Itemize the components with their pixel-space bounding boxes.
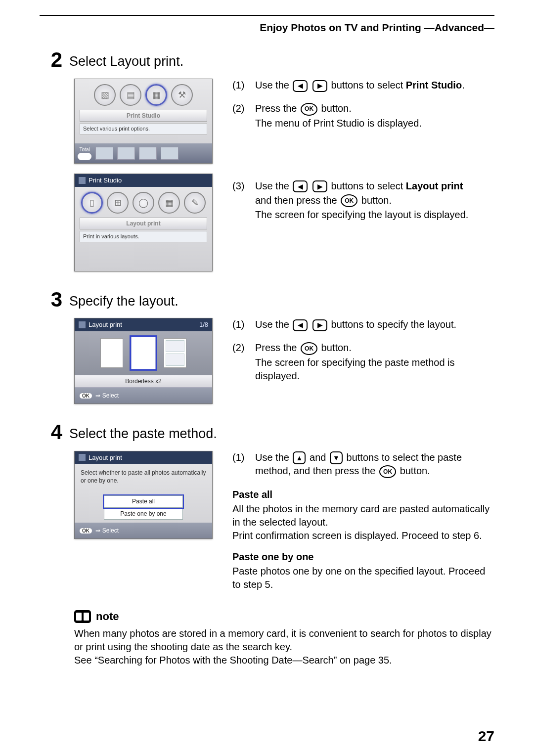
footer-hint: ⇒ Select — [95, 527, 119, 534]
right-button-icon: ▶ — [312, 80, 327, 92]
submenu-icon: ◯ — [133, 192, 154, 214]
layout-thumb-selected — [131, 336, 156, 369]
screenshot-print-studio-submenu: Print Studio ▯ ⊞ ◯ ▦ ✎ Layout print Prin… — [74, 174, 213, 271]
left-button-icon: ◀ — [293, 80, 308, 92]
step-2-content: ▧ ▤ ▦ ⚒ Print Studio Select various prin… — [74, 79, 494, 271]
menu-subtext: Select various print options. — [80, 123, 207, 134]
substep-num: (1) — [232, 451, 255, 479]
submenu-icon: ✎ — [184, 192, 206, 214]
step-number: 4 — [40, 422, 69, 443]
step-title: Specify the layout. — [69, 289, 178, 310]
ok-button-icon: OK — [301, 342, 317, 355]
substep: (1) Use the ◀ ▶ buttons to select Print … — [232, 79, 494, 93]
ok-button-icon: OK — [301, 103, 317, 116]
substep-num: (2) — [232, 341, 255, 384]
step-4-content: Layout print Select whether to paste all… — [74, 451, 494, 591]
step-2-header: 2 Select Layout print. — [40, 49, 494, 70]
paste-one-body: Paste photos one by one on the specified… — [232, 565, 494, 591]
footer-hint: ⇒ Select — [95, 392, 119, 399]
paste-one-label: Paste one by one — [232, 550, 494, 564]
ok-chip: OK — [80, 528, 92, 534]
paste-all-label: Paste all — [232, 488, 494, 501]
ok-button-icon: OK — [341, 194, 357, 207]
note-label: note — [96, 609, 119, 624]
step-number: 2 — [40, 49, 69, 70]
thumb — [95, 147, 113, 160]
ok-chip: OK — [80, 393, 92, 399]
menu-option: Paste one by one — [104, 508, 183, 520]
up-button-icon: ▲ — [293, 451, 306, 464]
paste-all-body: All the photos in the memory card are pa… — [232, 502, 494, 542]
ok-button-icon: OK — [379, 465, 396, 478]
substep-num: (1) — [232, 79, 255, 93]
shot-title: Layout print — [75, 451, 212, 464]
step-3-screenshots: Layout print 1/8 Borderless x2 OK ⇒ Sele… — [74, 318, 213, 404]
screenshot-layout-select: Layout print 1/8 Borderless x2 OK ⇒ Sele… — [74, 318, 213, 404]
step-number: 3 — [40, 289, 69, 310]
thumb — [139, 147, 157, 160]
submenu-banner: Layout print — [80, 218, 207, 229]
right-button-icon: ▶ — [312, 180, 327, 192]
step-2-text: (1) Use the ◀ ▶ buttons to select Print … — [232, 79, 494, 231]
substep: (1) Use the ▲ and ▼ buttons to select th… — [232, 451, 494, 479]
submenu-icon: ⊞ — [107, 192, 129, 214]
down-button-icon: ▼ — [330, 451, 343, 464]
substep: (2) Press the OK button. The screen for … — [232, 341, 494, 384]
menu-icon: ▤ — [120, 84, 141, 106]
note-icon — [74, 610, 91, 623]
page-number: 27 — [40, 726, 494, 747]
step-4-text: (1) Use the ▲ and ▼ buttons to select th… — [232, 451, 494, 591]
submenu-icon-selected: ▯ — [81, 192, 103, 214]
submenu-subtext: Print in various layouts. — [80, 231, 207, 242]
thumb — [161, 147, 178, 160]
layout-label: Borderless x2 — [75, 375, 212, 388]
total-count: 15 — [78, 153, 91, 160]
thumb — [117, 147, 135, 160]
layout-thumb — [164, 338, 186, 368]
step-3-text: (1) Use the ◀ ▶ buttons to specify the l… — [232, 318, 494, 393]
step-2-screenshots: ▧ ▤ ▦ ⚒ Print Studio Select various prin… — [74, 79, 213, 271]
step-4-header: 4 Select the paste method. — [40, 422, 494, 443]
total-label: Total 15 — [78, 146, 91, 160]
step-title: Select Layout print. — [69, 49, 183, 70]
substep: (3) Use the ◀ ▶ buttons to select Layout… — [232, 179, 494, 223]
left-button-icon: ◀ — [293, 319, 308, 331]
step-3-header: 3 Specify the layout. — [40, 289, 494, 310]
shot-page-indicator: 1/8 — [199, 320, 208, 329]
screenshot-paste-method: Layout print Select whether to paste all… — [74, 451, 213, 539]
substep: (1) Use the ◀ ▶ buttons to specify the l… — [232, 318, 494, 332]
substep-num: (1) — [232, 318, 255, 332]
menu-icon: ⚒ — [171, 84, 193, 106]
menu-icon-selected: ▦ — [145, 84, 167, 106]
shot-title: Print Studio — [75, 174, 212, 187]
menu-option-selected: Paste all — [104, 495, 183, 507]
right-button-icon: ▶ — [312, 319, 327, 331]
step-title: Select the paste method. — [69, 422, 217, 443]
note-body: When many photos are stored in a memory … — [74, 627, 494, 667]
screenshot-print-studio-menu: ▧ ▤ ▦ ⚒ Print Studio Select various prin… — [74, 79, 213, 164]
shot-title: Layout print — [89, 320, 122, 329]
menu-banner: Print Studio — [80, 110, 207, 122]
step-4-screenshots: Layout print Select whether to paste all… — [74, 451, 213, 539]
layout-thumb — [100, 338, 123, 368]
chapter-title: Enjoy Photos on TV and Printing —Advance… — [40, 21, 494, 35]
step-3-content: Layout print 1/8 Borderless x2 OK ⇒ Sele… — [74, 318, 494, 404]
substep-num: (2) — [232, 102, 255, 131]
left-button-icon: ◀ — [293, 180, 308, 192]
submenu-icon: ▦ — [158, 192, 180, 214]
substep-num: (3) — [232, 179, 255, 223]
page-top-rule — [40, 15, 494, 16]
note-block: note When many photos are stored in a me… — [74, 609, 494, 667]
menu-icon: ▧ — [94, 84, 116, 106]
shot-help: Select whether to paste all photos autom… — [75, 464, 212, 489]
substep: (2) Press the OK button. The menu of Pri… — [232, 102, 494, 131]
